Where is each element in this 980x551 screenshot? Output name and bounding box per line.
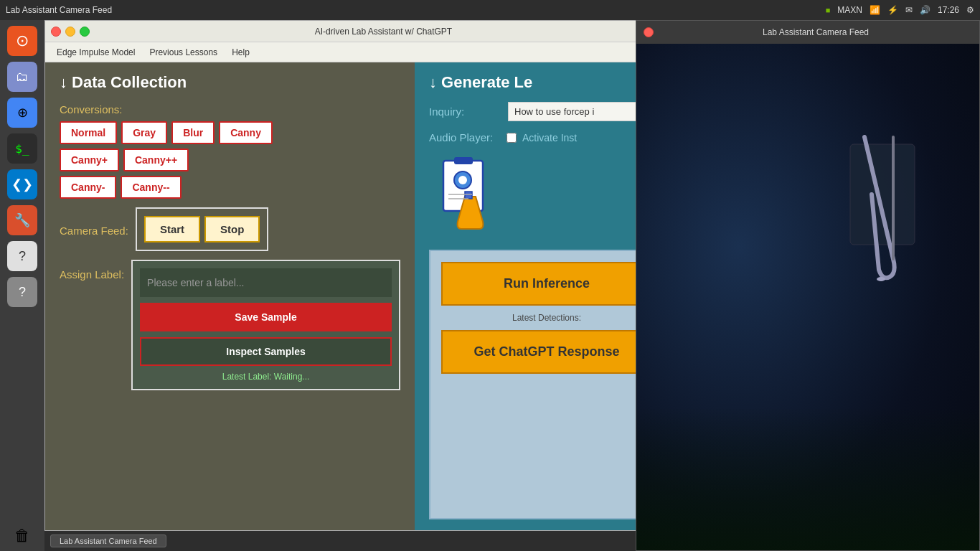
conv-btn-gray[interactable]: Gray — [121, 121, 167, 144]
menu-previous-lessons[interactable]: Previous Lessons — [143, 45, 223, 60]
window-close-btn[interactable] — [51, 27, 61, 37]
conv-btn-canny[interactable]: Canny — [219, 121, 273, 144]
inference-panel: Run Inference Latest Detections: Get Cha… — [429, 250, 664, 519]
camera-window-title: Lab Assistant Camera Feed — [659, 27, 972, 37]
camera-feed-window: Lab Assistant Camera Feed — [636, 20, 980, 551]
sidebar-chrome-icon[interactable]: ⊕ — [7, 98, 37, 128]
camera-window-chrome: Lab Assistant Camera Feed — [636, 21, 979, 44]
label-panel: Save Sample Inspect Samples Latest Label… — [131, 260, 400, 390]
taskbar-app-btn[interactable]: Lab Assistant Camera Feed — [50, 534, 166, 547]
conversions-label: Conversions: — [60, 103, 400, 116]
conv-btn-normal[interactable]: Normal — [60, 121, 117, 144]
stop-camera-btn[interactable]: Stop — [204, 216, 260, 242]
generate-title: ↓ Generate Le — [429, 73, 664, 92]
window-title: AI-driven Lab Assistant w/ ChatGPT — [94, 27, 673, 37]
inspect-samples-btn[interactable]: Inspect Samples — [140, 337, 392, 366]
latest-detections-label: Latest Detections: — [441, 313, 652, 323]
sidebar: ⊙ 🗂 ⊕ $_ ❮❯ 🔧 ? ? 🗑 — [0, 20, 44, 551]
wifi-icon: 📶 — [870, 5, 880, 15]
settings-icon: ⚙ — [966, 5, 974, 15]
lab-icon-container — [429, 154, 664, 240]
save-sample-btn[interactable]: Save Sample — [140, 303, 392, 331]
camera-window-close-btn[interactable] — [644, 27, 654, 37]
conv-buttons-row3: Canny- Canny-- — [60, 176, 400, 199]
start-camera-btn[interactable]: Start — [144, 216, 200, 242]
audio-activate-label: Activate Inst — [522, 132, 577, 143]
conv-btn-canny-minus[interactable]: Canny- — [60, 176, 116, 199]
svg-rect-4 — [465, 192, 472, 199]
window-maximize-btn[interactable] — [80, 27, 90, 37]
conversions-section: Conversions: Normal Gray Blur Canny Cann… — [60, 100, 400, 199]
lab-icon — [429, 154, 508, 240]
conv-buttons-row1: Normal Gray Blur Canny — [60, 121, 400, 144]
nvidia-label: MAXN — [837, 5, 862, 15]
sidebar-software-icon[interactable]: 🔧 — [7, 205, 37, 235]
camera-controls: Start Stop — [136, 207, 269, 251]
svg-rect-7 — [850, 144, 915, 245]
main-app-window: AI-driven Lab Assistant w/ ChatGPT Edge … — [44, 20, 679, 531]
sidebar-help2-icon[interactable]: ? — [7, 277, 37, 307]
menubar: Edge Impulse Model Previous Lessons Help — [45, 42, 679, 62]
run-inference-btn[interactable]: Run Inference — [441, 262, 652, 306]
menu-edge-impulse[interactable]: Edge Impulse Model — [51, 45, 141, 60]
sidebar-help-icon[interactable]: ? — [7, 241, 37, 271]
camera-bottom-gradient — [636, 407, 979, 550]
sidebar-vscode-icon[interactable]: ❮❯ — [7, 169, 37, 199]
bluetooth-icon: ⚡ — [887, 5, 898, 15]
data-collection-title: ↓ Data Collection — [60, 73, 400, 92]
data-collection-panel: ↓ Data Collection Conversions: Normal Gr… — [45, 62, 415, 530]
assign-label-text: Assign Label: — [60, 263, 124, 281]
conv-btn-canny-plus[interactable]: Canny+ — [60, 149, 119, 171]
conv-btn-blur[interactable]: Blur — [171, 121, 215, 144]
mail-icon: ✉ — [905, 5, 913, 15]
svg-point-8 — [877, 277, 885, 281]
audio-label: Audio Player: — [429, 131, 501, 143]
sidebar-terminal-icon[interactable]: $_ — [7, 133, 37, 164]
conv-btn-canny-minusminus[interactable]: Canny-- — [121, 176, 181, 199]
sidebar-files-icon[interactable]: 🗂 — [7, 62, 37, 92]
content-area: ↓ Data Collection Conversions: Normal Gr… — [45, 62, 679, 530]
conv-btn-canny-plusplus[interactable]: Canny++ — [123, 149, 189, 171]
sidebar-trash-icon[interactable]: 🗑 — [7, 521, 37, 551]
taskbar-right: ■ MAXN 📶 ⚡ ✉ 🔊 17:26 ⚙ — [826, 5, 974, 15]
svg-point-3 — [458, 176, 467, 184]
tweezers-illustration — [793, 101, 936, 316]
window-minimize-btn[interactable] — [65, 27, 75, 37]
inquiry-row: Inquiry: — [429, 102, 664, 121]
window-chrome: AI-driven Lab Assistant w/ ChatGPT — [45, 21, 679, 42]
taskbar-left: Lab Assistant Camera Feed — [6, 5, 112, 15]
chatgpt-response-btn[interactable]: Get ChatGPT Response — [441, 330, 652, 374]
audio-row: Audio Player: Activate Inst — [429, 131, 664, 143]
assign-label-section: Assign Label: Save Sample Inspect Sample… — [60, 260, 400, 519]
label-input[interactable] — [140, 268, 392, 297]
menu-help[interactable]: Help — [226, 45, 255, 60]
audio-checkbox[interactable] — [507, 133, 517, 143]
inquiry-label: Inquiry: — [429, 105, 501, 118]
taskbar-app-title: Lab Assistant Camera Feed — [6, 5, 112, 15]
nvidia-icon: ■ — [826, 6, 831, 14]
camera-feed-label: Camera Feed: — [60, 225, 128, 237]
top-taskbar: Lab Assistant Camera Feed ■ MAXN 📶 ⚡ ✉ 🔊… — [0, 0, 980, 20]
conv-buttons-row2: Canny+ Canny++ — [60, 149, 400, 171]
latest-label-status: Latest Label: Waiting... — [140, 372, 392, 382]
clock: 17:26 — [938, 5, 959, 15]
camera-feed-view — [636, 44, 979, 550]
camera-feed-section: Camera Feed: Start Stop — [60, 207, 400, 251]
svg-rect-1 — [454, 157, 473, 164]
sidebar-ubuntu-icon[interactable]: ⊙ — [7, 26, 37, 56]
volume-icon: 🔊 — [920, 5, 930, 15]
